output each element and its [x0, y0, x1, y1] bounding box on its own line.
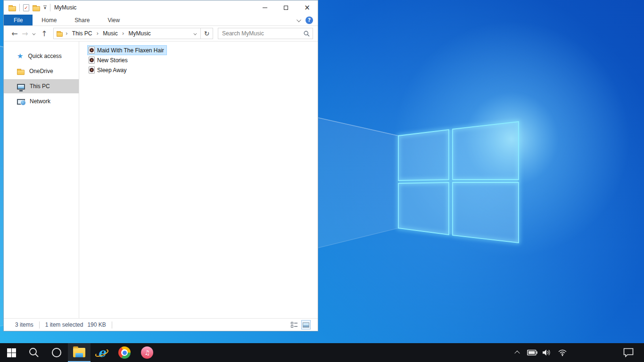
- toolbar-separator: [19, 4, 20, 11]
- speaker-icon: [543, 349, 552, 356]
- taskbar-chrome-button[interactable]: [113, 343, 136, 362]
- breadcrumb-separator-icon: ›: [121, 30, 125, 37]
- customize-toolbar-dropdown[interactable]: ▾: [43, 6, 47, 9]
- file-name: Maid With The Flaxen Hair: [97, 47, 164, 54]
- close-button[interactable]: ×: [297, 0, 318, 15]
- details-view-button[interactable]: [290, 321, 298, 329]
- breadcrumb-this-pc[interactable]: This PC: [71, 30, 94, 37]
- chevron-down-icon: [193, 32, 197, 35]
- maximize-button[interactable]: [275, 0, 297, 15]
- up-button[interactable]: ↑: [39, 29, 50, 38]
- refresh-button[interactable]: ↻: [201, 28, 213, 39]
- sidebar-item-label: Network: [30, 98, 50, 105]
- windows-logo-icon: [7, 348, 16, 357]
- file-explorer-window: ✓ ▾ MyMusic × File Home Share View ? ← →: [3, 0, 318, 331]
- address-bar[interactable]: › This PC › Music › MyMusic: [53, 28, 201, 39]
- taskbar: e ♫: [0, 343, 644, 362]
- breadcrumb-mymusic[interactable]: MyMusic: [127, 30, 152, 37]
- forward-button[interactable]: →: [20, 29, 30, 38]
- tab-file[interactable]: File: [4, 15, 33, 25]
- quick-access-toolbar: ✓ ▾: [4, 4, 50, 11]
- status-separator: [112, 321, 112, 329]
- recent-locations-button[interactable]: [30, 30, 36, 37]
- tab-view[interactable]: View: [99, 15, 129, 25]
- chevron-down-icon: [32, 32, 35, 35]
- help-button[interactable]: ?: [305, 16, 313, 24]
- cortana-icon: [52, 348, 61, 357]
- network-indicator[interactable]: [556, 343, 569, 362]
- window-content: ★ Quick access OneDrive This PC Network …: [4, 41, 318, 318]
- file-row[interactable]: Sleep Away: [87, 65, 130, 75]
- search-input[interactable]: [218, 30, 304, 37]
- large-icons-view-button[interactable]: [302, 321, 310, 329]
- caption-buttons: ×: [254, 0, 318, 15]
- wifi-icon: [558, 349, 567, 356]
- tab-home[interactable]: Home: [33, 15, 66, 25]
- this-pc-monitor-icon: [17, 84, 25, 90]
- sidebar-item-this-pc[interactable]: This PC: [4, 79, 79, 93]
- minimize-button[interactable]: [254, 0, 275, 15]
- action-center-button[interactable]: [622, 343, 635, 362]
- view-toggles: [290, 321, 313, 329]
- taskbar-file-explorer-button[interactable]: [68, 343, 91, 362]
- title-bar[interactable]: ✓ ▾ MyMusic ×: [4, 0, 318, 15]
- ribbon-right-controls: ?: [297, 15, 318, 25]
- address-bar-row: ← → ↑ › This PC › Music › MyMusic ↻: [4, 26, 318, 41]
- expand-ribbon-button[interactable]: [297, 17, 300, 24]
- taskbar-search-button[interactable]: [23, 343, 45, 362]
- sidebar-item-network[interactable]: Network: [4, 94, 79, 108]
- properties-button[interactable]: ✓: [23, 4, 29, 11]
- selection-count: 1 item selected: [45, 321, 83, 328]
- back-button[interactable]: ←: [9, 29, 20, 38]
- file-rows: Maid With The Flaxen Hair New Stories Sl…: [87, 45, 318, 75]
- file-name: New Stories: [97, 57, 128, 64]
- tab-share[interactable]: Share: [66, 15, 99, 25]
- volume-indicator[interactable]: [541, 343, 553, 362]
- system-tray: [511, 343, 644, 362]
- breadcrumb-separator-icon: ›: [65, 30, 69, 37]
- selection-size: 190 KB: [87, 321, 106, 328]
- cortana-button[interactable]: [45, 343, 68, 362]
- minimize-icon: [263, 8, 267, 8]
- battery-icon: [527, 350, 537, 355]
- breadcrumb-separator-icon: ›: [96, 30, 100, 37]
- status-separator: [39, 321, 40, 329]
- audio-file-icon: [89, 66, 95, 74]
- large-icons-view-icon: [303, 322, 309, 328]
- search-box: [218, 28, 313, 39]
- breadcrumb-music[interactable]: Music: [101, 30, 119, 37]
- file-list[interactable]: Maid With The Flaxen Hair New Stories Sl…: [79, 41, 318, 318]
- search-icon: [29, 347, 39, 358]
- battery-indicator[interactable]: [526, 343, 538, 362]
- sidebar-item-onedrive[interactable]: OneDrive: [4, 64, 79, 78]
- quick-access-star-icon: ★: [17, 53, 23, 60]
- ribbon-tabs: File Home Share View ?: [4, 15, 318, 26]
- internet-explorer-icon: e: [95, 346, 108, 359]
- taskbar-internet-explorer-button[interactable]: e: [91, 343, 113, 362]
- sidebar-item-label: This PC: [30, 83, 50, 90]
- status-bar: 3 items 1 item selected 190 KB: [4, 318, 318, 331]
- file-explorer-icon: [73, 348, 85, 357]
- start-button[interactable]: [0, 343, 23, 362]
- chevron-down-icon: ▾: [44, 7, 46, 9]
- audio-file-icon: [89, 47, 95, 54]
- maximize-icon: [284, 6, 288, 10]
- window-title: MyMusic: [54, 4, 76, 11]
- toolbar-separator: [50, 4, 50, 11]
- chevron-up-icon: [514, 351, 520, 356]
- address-dropdown-button[interactable]: [190, 30, 198, 37]
- file-row[interactable]: New Stories: [87, 55, 131, 65]
- new-folder-button[interactable]: [33, 6, 40, 11]
- chrome-icon: [118, 346, 131, 359]
- file-name: Sleep Away: [97, 67, 127, 74]
- file-row[interactable]: Maid With The Flaxen Hair: [87, 45, 167, 55]
- action-center-icon: [623, 348, 634, 357]
- sidebar-item-quick-access[interactable]: ★ Quick access: [4, 49, 79, 63]
- search-icon[interactable]: [304, 31, 310, 37]
- onedrive-folder-icon: [17, 70, 25, 75]
- sidebar-item-label: Quick access: [28, 53, 61, 59]
- show-hidden-icons-button[interactable]: [511, 343, 523, 362]
- network-icon: [17, 99, 25, 105]
- taskbar-itunes-button[interactable]: ♫: [136, 343, 158, 362]
- location-folder-icon: [57, 32, 63, 37]
